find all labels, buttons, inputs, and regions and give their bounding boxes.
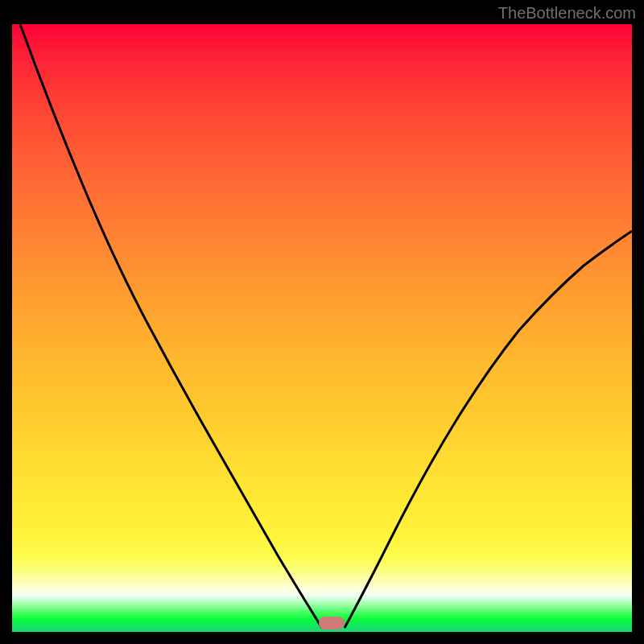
chart-svg [12, 24, 632, 632]
bottleneck-curve-left [20, 24, 322, 628]
bottleneck-marker [319, 617, 345, 630]
plot-area [12, 24, 632, 632]
bottleneck-curve-right [345, 231, 632, 628]
watermark: TheBottleneck.com [498, 4, 636, 23]
